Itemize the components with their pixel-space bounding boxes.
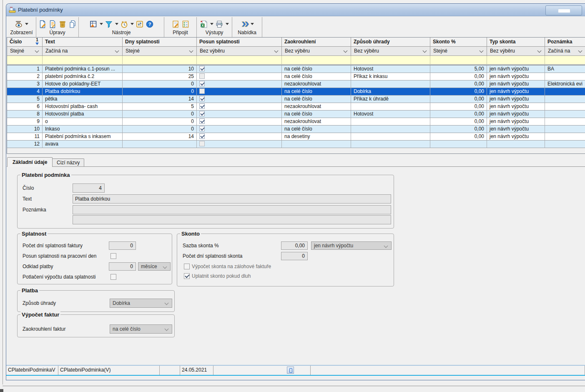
dropdown-arrow-icon[interactable] [251, 23, 254, 25]
dropdown-arrow-icon[interactable] [100, 23, 103, 25]
tab-inactive[interactable]: Cizí názvy [52, 158, 84, 167]
search-input[interactable] [487, 56, 545, 64]
checklist-icon[interactable] [181, 20, 190, 28]
dropdown-arrow-icon[interactable] [115, 23, 118, 25]
copy-record-icon[interactable] [68, 20, 77, 28]
zaokrouhleni-faktur-dropdown[interactable]: na celé číslo [110, 324, 172, 334]
new-record-icon[interactable] [38, 20, 47, 28]
filter-dropdown[interactable]: Začíná na [43, 47, 123, 56]
checkbox-checked[interactable] [199, 126, 205, 131]
filter-dropdown[interactable]: Stejné [7, 47, 43, 56]
search-input[interactable] [430, 56, 487, 64]
checkbox-unchecked[interactable] [199, 88, 205, 94]
filter-funnel-icon[interactable] [105, 20, 113, 28]
table-row[interactable]: 1Platebni podminka c.1-posun ...10na cel… [7, 65, 585, 73]
checkbox-unchecked[interactable] [199, 73, 205, 79]
filter-dropdown[interactable]: Bez výběru [197, 47, 282, 56]
zpusob-uhrady-dropdown[interactable]: Dobírka [110, 299, 172, 308]
table-cell: 0,00 [430, 118, 487, 126]
search-input[interactable] [545, 56, 585, 64]
search-input[interactable] [197, 56, 282, 64]
table-row[interactable]: 2platební podmínka č.225na celé čísloPří… [7, 73, 585, 80]
table-row[interactable]: 4Platba dobírkou0na celé čísloDobírka0,0… [7, 88, 585, 95]
checkbox-checked[interactable] [199, 133, 205, 139]
export-excel-icon[interactable]: X [200, 20, 208, 28]
statusbar-icon[interactable] [287, 367, 294, 374]
column-header[interactable]: Skonto % [430, 38, 487, 47]
dropdown-arrow-icon[interactable] [226, 23, 229, 25]
filter-dropdown[interactable]: Stejné [123, 47, 197, 56]
stopwatch-icon[interactable] [120, 20, 128, 28]
search-input[interactable] [351, 56, 430, 64]
column-header[interactable]: Poznámka [545, 38, 585, 47]
toolbar-group-label: Nástroje [79, 30, 164, 37]
parent-window-divider [3, 386, 585, 386]
odklad-unit-dropdown[interactable]: měsíce [138, 262, 171, 271]
fieldset-legend: Platba [20, 287, 39, 294]
column-header[interactable]: Typ skonta [487, 38, 545, 47]
checkbox-checked[interactable] [199, 81, 205, 86]
text-field[interactable]: Platba dobírkou [73, 194, 391, 204]
pocet-dni-faktury-field[interactable]: 0 [109, 241, 136, 250]
table-row[interactable]: 9o0nezaokrouhlovat0,00jen návrh výpočtu [7, 118, 585, 126]
print-icon[interactable] [215, 20, 223, 28]
table-row[interactable]: 11Platební podmínka s inkasem14na deseti… [7, 133, 585, 141]
dropdown-arrow-icon[interactable] [131, 23, 134, 25]
dropdown-arrow-icon[interactable] [25, 23, 28, 25]
dropdown-arrow-icon[interactable] [210, 23, 213, 25]
edit-record-icon[interactable] [48, 20, 57, 28]
column-header[interactable]: Zaokrouhlení [282, 38, 351, 47]
menu-chevrons-icon[interactable] [240, 20, 249, 28]
filter-dropdown[interactable]: Bez výběru [351, 47, 430, 56]
sazba-skonta-field[interactable]: 0,00 [281, 241, 308, 250]
filter-dropdown[interactable]: Začíná na [545, 47, 585, 56]
poznamka-field-2[interactable] [73, 215, 391, 224]
table-row[interactable]: 3Hotove do pokladny-EET0nezaokrouhlovat0… [7, 80, 585, 88]
potlaceni-checkbox[interactable] [110, 274, 116, 280]
search-input[interactable] [282, 56, 351, 64]
view-eye-icon[interactable] [15, 20, 23, 28]
table-row[interactable]: 10Inkaso0na celé číslo0,00jen návrh výpo… [7, 126, 585, 133]
filter-dropdown[interactable]: Bez výběru [487, 47, 545, 56]
table-row[interactable]: 6Hotovostní platba- cash5nezaokrouhlovat… [7, 103, 585, 111]
table-row[interactable]: 8Hotovostní platba0na celé čísloHotovost… [7, 111, 585, 118]
checkbox-checked[interactable] [199, 103, 205, 109]
column-header[interactable]: Způsob úhrady [351, 38, 430, 47]
search-input[interactable] [7, 56, 43, 64]
column-header[interactable]: Dny splatnosti [123, 38, 197, 47]
posun-splatnosti-checkbox[interactable] [110, 253, 116, 259]
filter-dropdown[interactable]: Bez výběru [282, 47, 351, 56]
agenda-sort-icon[interactable] [89, 20, 98, 28]
checkbox-checked[interactable] [199, 96, 205, 101]
minimize-button[interactable] [545, 5, 582, 15]
table-cell: Hotovost [351, 65, 430, 73]
search-input[interactable] [123, 56, 197, 64]
column-header[interactable]: Číslo1 [7, 38, 43, 47]
tab-active[interactable]: Základní údaje [7, 157, 53, 167]
checkbox-checked[interactable] [199, 66, 205, 71]
table-row[interactable]: 5pětka14na celé čísloPříkaz k úhradě0,00… [7, 95, 585, 103]
titlebar[interactable]: Platební podmínky [6, 4, 585, 16]
skonto-zalohova-checkbox[interactable] [184, 264, 190, 269]
typ-skonta-dropdown[interactable]: jen návrh výpočtu [311, 241, 392, 250]
column-header[interactable]: Posun splatnosti [197, 38, 282, 47]
table-cell: na celé číslo [282, 126, 351, 133]
table-row[interactable]: 12avava [7, 141, 585, 148]
note-edit-icon[interactable] [171, 20, 180, 28]
table-cell [545, 88, 585, 95]
settings-sliders-icon[interactable] [136, 20, 144, 28]
skonto-uplatnit-checkbox[interactable] [184, 273, 190, 279]
checkbox-unchecked[interactable] [199, 141, 205, 146]
column-header[interactable]: Text [43, 38, 123, 47]
search-input[interactable] [43, 56, 123, 64]
delete-record-icon[interactable] [58, 20, 67, 28]
odklad-platby-field[interactable]: 0 [109, 262, 136, 271]
table-cell: na celé číslo [282, 73, 351, 80]
help-icon[interactable]: ? [146, 20, 154, 28]
cislo-field[interactable]: 4 [73, 183, 105, 193]
filter-dropdown[interactable]: Stejné [430, 47, 487, 56]
checkbox-checked[interactable] [199, 118, 205, 124]
checkbox-checked[interactable] [199, 111, 205, 116]
pocet-dni-skonta-field[interactable]: 0 [281, 252, 308, 260]
poznamka-field-1[interactable] [73, 205, 391, 214]
